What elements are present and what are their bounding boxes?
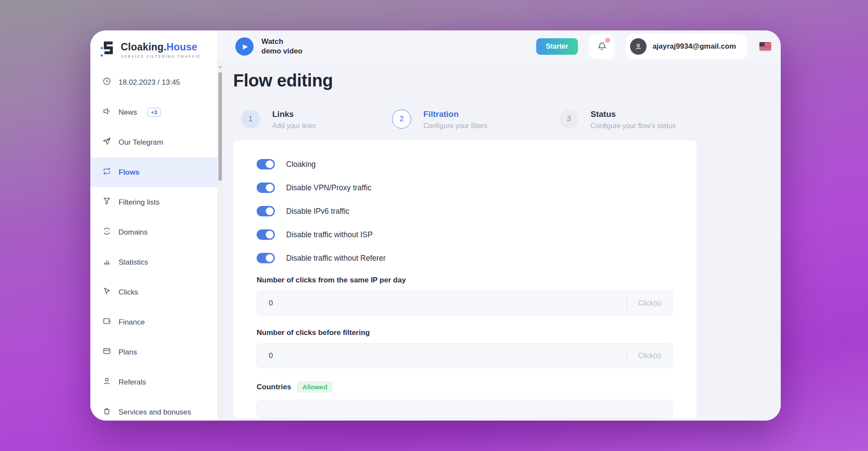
sidebar-item-datetime: 18.02.2023 / 13:45 <box>90 67 217 97</box>
step-subtitle-links: Add your links <box>272 122 316 130</box>
megaphone-icon <box>102 107 111 118</box>
step-subtitle-filtration: Configure your filters <box>423 122 488 130</box>
language-flag-us-icon[interactable] <box>759 42 771 50</box>
brand-name: Cloaking.House <box>121 41 201 53</box>
shopping-bag-icon <box>102 407 111 418</box>
step-number-1: 1 <box>241 109 260 129</box>
wizard-steps: 1 Links Add your links 2 Filtration Conf… <box>233 109 781 130</box>
cursor-icon <box>102 287 111 298</box>
bar-chart-icon <box>102 257 111 268</box>
user-icon <box>102 377 111 388</box>
watch-demo-video-button[interactable]: ▶ Watch demo video <box>235 37 302 56</box>
brand-logo-icon <box>101 40 116 60</box>
disable-no-isp-toggle[interactable] <box>257 229 275 240</box>
user-email: ajayraj9934@gmail.com <box>653 42 736 51</box>
clicks-before-filtering-unit: Click(s) <box>627 348 673 363</box>
step-filtration[interactable]: 2 Filtration Configure your filters <box>392 109 559 130</box>
clock-icon <box>102 77 111 88</box>
countries-row: Countries Allowed <box>257 381 673 393</box>
sidebar-nav: 18.02.2023 / 13:45 News +3 Our Telegram … <box>90 67 217 421</box>
wallet-icon <box>102 317 111 328</box>
funnel-icon <box>102 197 111 208</box>
clicks-before-filtering-label: Number of clicks before filtering <box>257 328 673 337</box>
page-title: Flow editing <box>233 71 781 90</box>
sidebar-item-statistics[interactable]: Statistics <box>90 247 217 277</box>
sidebar-item-finance[interactable]: Finance <box>90 307 217 337</box>
clicks-per-ip-unit: Click(s) <box>627 296 673 310</box>
step-number-2: 2 <box>392 109 411 129</box>
sidebar-item-flows[interactable]: Flows <box>90 157 217 187</box>
toggle-row-cloaking: Cloaking <box>257 153 673 176</box>
notification-dot <box>605 38 610 43</box>
disable-no-referer-toggle[interactable] <box>257 253 275 263</box>
sidebar-item-domains[interactable]: Domains <box>90 217 217 247</box>
step-subtitle-status: Configure your flow's status <box>591 122 676 130</box>
toggle-row-ipv6: Disable IPv6 traffic <box>257 199 673 223</box>
toggle-row-isp: Disable traffic without ISP <box>257 223 673 246</box>
step-title-links: Links <box>272 109 316 119</box>
notifications-button[interactable] <box>589 34 614 59</box>
sidebar-item-our-telegram[interactable]: Our Telegram <box>90 127 217 157</box>
countries-label: Countries <box>257 383 291 391</box>
filtration-card: Cloaking Disable VPN/Proxy traffic Disab… <box>233 140 696 418</box>
step-title-filtration: Filtration <box>423 109 488 119</box>
clicks-before-filtering-value: 0 <box>257 352 627 360</box>
step-status[interactable]: 3 Status Configure your flow's status <box>559 109 676 130</box>
desktop-background: Cloaking.House SERVICE FILTERING TRAFFIC… <box>0 0 868 451</box>
countries-input[interactable] <box>257 400 673 418</box>
cloaking-toggle[interactable] <box>257 159 275 169</box>
clicks-before-filtering-input[interactable]: 0 Click(s) <box>257 343 673 368</box>
clicks-per-ip-input[interactable]: 0 Click(s) <box>257 291 673 315</box>
sidebar: Cloaking.House SERVICE FILTERING TRAFFIC… <box>90 30 217 421</box>
paper-plane-icon <box>102 137 111 148</box>
disable-vpn-proxy-toggle[interactable] <box>257 182 275 193</box>
watch-label-line2: demo video <box>261 46 302 56</box>
step-title-status: Status <box>591 109 676 119</box>
clicks-per-ip-value: 0 <box>257 299 627 308</box>
disable-ipv6-toggle[interactable] <box>257 206 275 216</box>
plan-badge[interactable]: Starter <box>536 38 578 55</box>
play-icon: ▶ <box>235 37 254 56</box>
scrollbar-thumb[interactable] <box>218 72 222 181</box>
sidebar-item-services-and-bonuses[interactable]: Services and bonuses <box>90 397 217 421</box>
brand-tagline: SERVICE FILTERING TRAFFIC <box>121 54 201 59</box>
sidebar-item-filtering-lists[interactable]: Filtering lists <box>90 187 217 217</box>
top-bar: ▶ Watch demo video Starter <box>217 30 781 62</box>
user-menu[interactable]: ajayraj9934@gmail.com <box>626 34 747 59</box>
sidebar-item-referals[interactable]: Referals <box>90 367 217 397</box>
sidebar-item-clicks[interactable]: Clicks <box>90 277 217 307</box>
avatar <box>630 38 647 55</box>
globe-icon <box>102 227 111 238</box>
sidebar-item-news[interactable]: News +3 <box>90 97 217 127</box>
scrollbar-up-arrow-icon[interactable]: ▲ <box>218 65 222 69</box>
clicks-per-ip-label: Number of clicks from the same IP per da… <box>257 276 673 285</box>
step-number-3: 3 <box>559 109 578 129</box>
watch-label-line1: Watch <box>261 37 302 46</box>
main-content: Flow editing 1 Links Add your links 2 <box>223 62 781 421</box>
step-links[interactable]: 1 Links Add your links <box>241 109 392 130</box>
brand-logo: Cloaking.House SERVICE FILTERING TRAFFIC <box>90 30 217 62</box>
toggle-row-referer: Disable traffic without Referer <box>257 246 673 270</box>
sidebar-item-plans[interactable]: Plans <box>90 337 217 367</box>
content-scrollbar[interactable]: ▲ <box>217 62 223 421</box>
app-window: Cloaking.House SERVICE FILTERING TRAFFIC… <box>90 30 781 421</box>
countries-allowed-badge[interactable]: Allowed <box>297 381 333 393</box>
toggle-row-vpn-proxy: Disable VPN/Proxy traffic <box>257 176 673 199</box>
repeat-icon <box>102 167 111 178</box>
credit-card-icon <box>102 347 111 358</box>
news-count-badge: +3 <box>147 108 162 117</box>
